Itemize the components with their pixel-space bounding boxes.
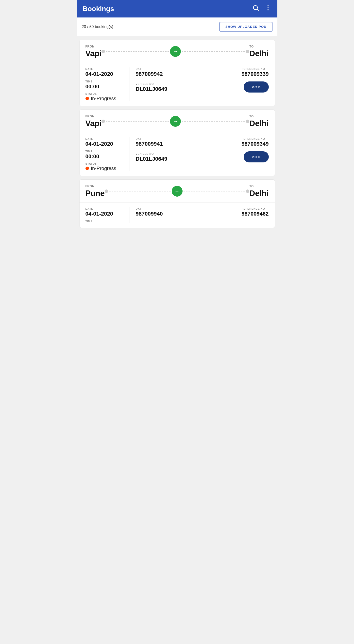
- route-dashes-left: [106, 121, 169, 122]
- time-value: 00:00: [85, 84, 124, 90]
- ref-label: REFERENCE NO: [241, 137, 269, 140]
- route-arrow: →: [101, 46, 249, 57]
- svg-point-2: [267, 6, 269, 7]
- from-city: Vapi: [85, 119, 102, 128]
- time-block: TIME 00:00: [85, 80, 124, 90]
- pod-button[interactable]: POD: [244, 151, 269, 162]
- booking-card: FROM Vapi → TO Delhi DATE 04-01-2020: [79, 110, 275, 176]
- booking-count: 20 / 50 booking(s): [82, 24, 113, 29]
- ref-block: REFERENCE NO 987009339: [241, 68, 269, 77]
- booking-card: FROM Pune → TO Delhi DATE 04-01-2020: [79, 180, 275, 228]
- details-left: DATE 04-01-2020 TIME 00:00 STATUS In-Pro…: [85, 137, 130, 171]
- search-icon[interactable]: [252, 4, 259, 13]
- app-header: Bookings: [77, 0, 277, 18]
- route-dashes-right: [182, 121, 245, 122]
- pod-button[interactable]: POD: [244, 82, 269, 92]
- route-arrow-circle: →: [170, 116, 181, 127]
- to-city: Delhi: [249, 119, 269, 128]
- ref-block: REFERENCE NO 987009349: [241, 137, 269, 147]
- route-arrow-circle: →: [172, 186, 183, 196]
- subheader-bar: 20 / 50 booking(s) SHOW UPLOADED POD: [77, 18, 277, 36]
- dkt-value: 987009942: [136, 71, 163, 77]
- date-value: 04-01-2020: [85, 141, 124, 147]
- status-label: STATUS: [85, 162, 124, 165]
- header-actions: [252, 4, 271, 13]
- vehicle-label: VEHICLE NO: [136, 152, 167, 155]
- details-section: DATE 04-01-2020 TIME 00:00 STATUS In-Pro…: [80, 133, 275, 176]
- to-label: TO: [249, 184, 269, 188]
- details-right: DKT 987009941 REFERENCE NO 987009349 VEH…: [130, 137, 269, 171]
- time-block: TIME 00:00: [85, 150, 124, 160]
- status-value: In-Progress: [91, 96, 116, 102]
- details-left: DATE 04-01-2020 TIME: [85, 207, 130, 223]
- route-dashes-right: [184, 191, 245, 192]
- date-value: 04-01-2020: [85, 71, 124, 77]
- dkt-ref-row: DKT 987009942 REFERENCE NO 987009339: [136, 68, 269, 77]
- to-city: Delhi: [249, 189, 269, 198]
- date-block: DATE 04-01-2020: [85, 207, 124, 217]
- from-label: FROM: [85, 45, 102, 48]
- ref-label: REFERENCE NO: [241, 68, 269, 70]
- vehicle-pod-row: VEHICLE NO DL01LJ0649 POD: [136, 82, 269, 92]
- ref-value: 987009462: [241, 211, 269, 217]
- status-indicator: [85, 166, 89, 170]
- more-icon[interactable]: [265, 4, 271, 13]
- details-right: DKT 987009940 REFERENCE NO 987009462: [130, 207, 269, 223]
- route-dot-right: [246, 190, 249, 193]
- status-indicator: [85, 97, 89, 100]
- booking-card: FROM Vapi → TO Delhi DATE 04-01-2020: [79, 40, 275, 106]
- show-uploaded-pod-button[interactable]: SHOW UPLOADED POD: [220, 22, 272, 32]
- time-label: TIME: [85, 220, 124, 223]
- route-to: TO Delhi: [249, 115, 269, 128]
- route-dot-right: [246, 50, 249, 53]
- time-label: TIME: [85, 150, 124, 153]
- route-arrow-circle: →: [170, 46, 181, 57]
- status-row: In-Progress: [85, 96, 124, 102]
- vehicle-label: VEHICLE NO: [136, 82, 167, 86]
- route-to: TO Delhi: [249, 45, 269, 58]
- dkt-block: DKT 987009941: [136, 137, 163, 147]
- dkt-block: DKT 987009942: [136, 68, 163, 77]
- dkt-label: DKT: [136, 207, 163, 210]
- dkt-value: 987009940: [136, 211, 163, 217]
- page-title: Bookings: [83, 5, 114, 13]
- svg-point-4: [267, 9, 269, 10]
- vehicle-value: DL01LJ0649: [136, 156, 167, 162]
- status-row: In-Progress: [85, 166, 124, 171]
- date-label: DATE: [85, 68, 124, 70]
- dkt-label: DKT: [136, 68, 163, 70]
- route-section: FROM Vapi → TO Delhi: [80, 110, 275, 133]
- route-dashes-left: [106, 51, 169, 52]
- route-dot-left: [101, 120, 105, 123]
- route-arrow: →: [105, 186, 250, 196]
- route-from: FROM Pune: [85, 184, 105, 198]
- details-section: DATE 04-01-2020 TIME 00:00 STATUS In-Pro…: [80, 63, 275, 106]
- ref-label: REFERENCE NO: [241, 207, 269, 210]
- vehicle-block: VEHICLE NO DL01LJ0649: [136, 152, 167, 162]
- details-right: DKT 987009942 REFERENCE NO 987009339 VEH…: [130, 68, 269, 102]
- dkt-label: DKT: [136, 137, 163, 140]
- ref-value: 987009339: [241, 71, 269, 77]
- route-dot-left: [101, 50, 105, 53]
- route-dot-right: [246, 120, 249, 123]
- date-label: DATE: [85, 137, 124, 140]
- svg-point-3: [267, 8, 269, 8]
- route-section: FROM Pune → TO Delhi: [80, 180, 275, 203]
- status-label: STATUS: [85, 92, 124, 95]
- status-block: STATUS In-Progress: [85, 92, 124, 102]
- from-city: Vapi: [85, 49, 102, 58]
- route-from: FROM Vapi: [85, 45, 102, 58]
- route-section: FROM Vapi → TO Delhi: [80, 40, 275, 63]
- from-label: FROM: [85, 184, 105, 188]
- dkt-block: DKT 987009940: [136, 207, 163, 217]
- route-to: TO Delhi: [249, 184, 269, 198]
- status-block: STATUS In-Progress: [85, 162, 124, 171]
- dkt-value: 987009941: [136, 141, 163, 147]
- date-label: DATE: [85, 207, 124, 210]
- dkt-ref-row: DKT 987009940 REFERENCE NO 987009462: [136, 207, 269, 217]
- route-dot-left: [105, 190, 108, 193]
- date-block: DATE 04-01-2020: [85, 68, 124, 77]
- date-value: 04-01-2020: [85, 211, 124, 217]
- time-label: TIME: [85, 80, 124, 83]
- dkt-ref-row: DKT 987009941 REFERENCE NO 987009349: [136, 137, 269, 147]
